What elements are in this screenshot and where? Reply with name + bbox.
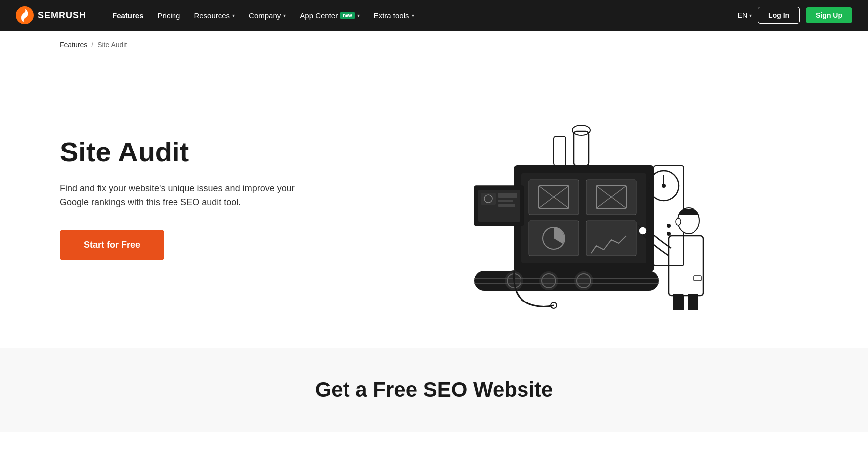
breadcrumb-parent[interactable]: Features <box>60 41 87 49</box>
nav-extra-tools[interactable]: Extra tools ▾ <box>368 7 420 24</box>
svg-rect-12 <box>586 221 636 256</box>
start-free-button[interactable]: Start for Free <box>60 230 164 260</box>
svg-rect-18 <box>498 193 517 198</box>
svg-rect-45 <box>673 294 684 310</box>
bottom-section: Get a Free SEO Website <box>0 348 868 432</box>
svg-rect-47 <box>694 276 701 281</box>
nav-resources[interactable]: Resources ▾ <box>188 7 241 24</box>
breadcrumb: Features / Site Audit <box>0 31 868 59</box>
lang-chevron: ▾ <box>749 13 752 18</box>
svg-point-42 <box>676 218 681 225</box>
logo-icon <box>16 6 34 24</box>
signup-button[interactable]: Sign Up <box>806 7 852 23</box>
company-chevron: ▾ <box>283 13 286 18</box>
nav-pricing[interactable]: Pricing <box>152 7 186 24</box>
nav-company[interactable]: Company ▾ <box>243 7 292 24</box>
hero-illustration <box>319 86 808 310</box>
svg-rect-21 <box>474 271 659 291</box>
logo-text: SEMRUSH <box>38 10 86 21</box>
hero-content: Site Audit Find and fix your website's u… <box>60 137 319 260</box>
nav-links: Features Pricing Resources ▾ Company ▾ A… <box>106 7 724 24</box>
svg-point-39 <box>667 232 671 236</box>
nav-app-center[interactable]: App Center new ▾ <box>294 7 365 24</box>
svg-rect-46 <box>688 294 698 310</box>
hero-description: Find and fix your website's unique issue… <box>60 181 299 210</box>
svg-point-38 <box>667 224 671 228</box>
logo[interactable]: SEMRUSH <box>16 6 86 24</box>
app-center-chevron: ▾ <box>357 13 360 18</box>
extra-tools-chevron: ▾ <box>412 13 414 18</box>
resources-chevron: ▾ <box>232 13 235 18</box>
nav-features[interactable]: Features <box>106 7 150 24</box>
breadcrumb-separator: / <box>91 41 93 49</box>
bottom-title: Get a Free SEO Website <box>60 378 808 402</box>
nav-right: EN ▾ Log In Sign Up <box>738 7 852 24</box>
svg-rect-20 <box>498 204 515 207</box>
svg-point-32 <box>572 125 590 135</box>
svg-rect-19 <box>498 200 513 202</box>
navigation: SEMRUSH Features Pricing Resources ▾ Com… <box>0 0 868 31</box>
svg-rect-33 <box>554 136 566 166</box>
login-button[interactable]: Log In <box>758 7 800 24</box>
svg-point-43 <box>639 227 647 235</box>
svg-rect-31 <box>574 131 589 166</box>
app-center-badge: new <box>340 12 354 19</box>
hero-section: Site Audit Find and fix your website's u… <box>0 59 868 348</box>
hero-image <box>434 86 713 310</box>
language-selector[interactable]: EN ▾ <box>738 11 752 19</box>
hero-title: Site Audit <box>60 137 319 167</box>
breadcrumb-current: Site Audit <box>97 41 127 49</box>
